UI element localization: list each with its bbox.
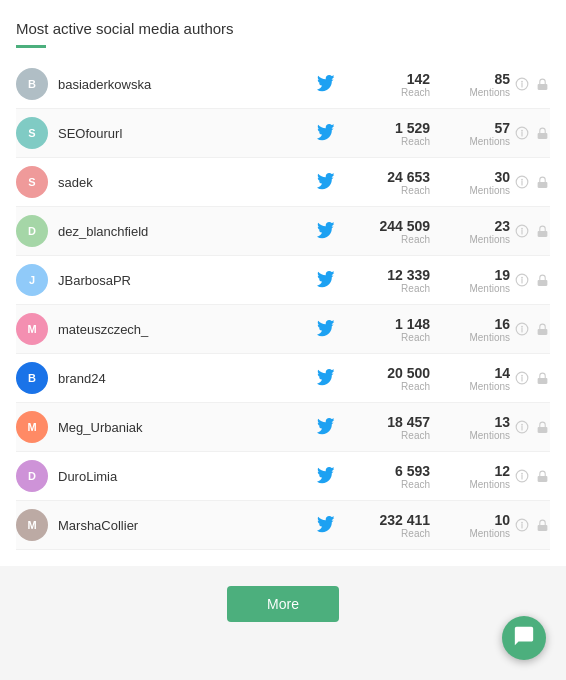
- reach-cell: 1 529 Reach: [340, 120, 430, 147]
- table-row: M MarshaCollier 232 411 Reach 10 Mention…: [16, 501, 550, 550]
- info-icon[interactable]: [514, 174, 530, 190]
- info-icon[interactable]: [514, 272, 530, 288]
- table-row: D DuroLimia 6 593 Reach 12 Mentions: [16, 452, 550, 501]
- lock-icon[interactable]: [534, 76, 550, 92]
- svg-rect-15: [537, 230, 547, 236]
- username: MarshaCollier: [58, 518, 312, 533]
- mentions-value: 14: [430, 365, 510, 381]
- lock-icon[interactable]: [534, 468, 550, 484]
- reach-cell: 6 593 Reach: [340, 463, 430, 490]
- reach-cell: 1 148 Reach: [340, 316, 430, 343]
- info-icon[interactable]: [514, 76, 530, 92]
- avatar: D: [16, 215, 48, 247]
- lock-icon[interactable]: [534, 223, 550, 239]
- table-row: B basiaderkowska 142 Reach 85 Mentions: [16, 60, 550, 109]
- main-container: Most active social media authors B basia…: [0, 0, 566, 566]
- actions-col: [510, 272, 550, 288]
- lock-icon[interactable]: [534, 321, 550, 337]
- avatar: B: [16, 68, 48, 100]
- mentions-label: Mentions: [430, 381, 510, 392]
- username: Meg_Urbaniak: [58, 420, 312, 435]
- info-icon[interactable]: [514, 321, 530, 337]
- mentions-value: 57: [430, 120, 510, 136]
- mentions-label: Mentions: [430, 479, 510, 490]
- reach-value: 244 509: [340, 218, 430, 234]
- more-button[interactable]: More: [227, 586, 339, 622]
- reach-cell: 18 457 Reach: [340, 414, 430, 441]
- table-row: M Meg_Urbaniak 18 457 Reach 13 Mentions: [16, 403, 550, 452]
- lock-icon[interactable]: [534, 272, 550, 288]
- lock-icon[interactable]: [534, 419, 550, 435]
- page-title: Most active social media authors: [16, 20, 550, 37]
- lock-icon[interactable]: [534, 125, 550, 141]
- username: basiaderkowska: [58, 77, 312, 92]
- mentions-cell: 13 Mentions: [430, 414, 510, 441]
- mentions-label: Mentions: [430, 185, 510, 196]
- info-icon[interactable]: [514, 223, 530, 239]
- avatar: S: [16, 166, 48, 198]
- mentions-cell: 19 Mentions: [430, 267, 510, 294]
- lock-icon[interactable]: [534, 370, 550, 386]
- reach-cell: 232 411 Reach: [340, 512, 430, 539]
- mentions-label: Mentions: [430, 234, 510, 245]
- mentions-value: 13: [430, 414, 510, 430]
- reach-cell: 142 Reach: [340, 71, 430, 98]
- reach-cell: 12 339 Reach: [340, 267, 430, 294]
- reach-value: 24 653: [340, 169, 430, 185]
- mentions-value: 10: [430, 512, 510, 528]
- lock-icon[interactable]: [534, 174, 550, 190]
- info-icon[interactable]: [514, 468, 530, 484]
- twitter-icon: [312, 124, 340, 142]
- mentions-value: 12: [430, 463, 510, 479]
- avatar: M: [16, 509, 48, 541]
- twitter-icon: [312, 418, 340, 436]
- table-row: J JBarbosaPR 12 339 Reach 19 Mentions: [16, 256, 550, 305]
- mentions-cell: 14 Mentions: [430, 365, 510, 392]
- twitter-icon: [312, 516, 340, 534]
- actions-col: [510, 321, 550, 337]
- mentions-label: Mentions: [430, 332, 510, 343]
- avatar: S: [16, 117, 48, 149]
- actions-col: [510, 125, 550, 141]
- actions-col: [510, 174, 550, 190]
- svg-rect-3: [537, 83, 547, 89]
- title-underline: [16, 45, 46, 48]
- reach-label: Reach: [340, 479, 430, 490]
- lock-icon[interactable]: [534, 517, 550, 533]
- twitter-icon: [312, 467, 340, 485]
- actions-col: [510, 223, 550, 239]
- reach-value: 20 500: [340, 365, 430, 381]
- mentions-cell: 12 Mentions: [430, 463, 510, 490]
- info-icon[interactable]: [514, 125, 530, 141]
- twitter-icon: [312, 271, 340, 289]
- table-row: D dez_blanchfield 244 509 Reach 23 Menti…: [16, 207, 550, 256]
- mentions-value: 19: [430, 267, 510, 283]
- table-row: S sadek 24 653 Reach 30 Mentions: [16, 158, 550, 207]
- chat-fab[interactable]: [502, 616, 546, 660]
- mentions-cell: 57 Mentions: [430, 120, 510, 147]
- svg-rect-27: [537, 377, 547, 383]
- svg-rect-11: [537, 181, 547, 187]
- reach-label: Reach: [340, 185, 430, 196]
- avatar: B: [16, 362, 48, 394]
- reach-label: Reach: [340, 528, 430, 539]
- info-icon[interactable]: [514, 370, 530, 386]
- mentions-cell: 16 Mentions: [430, 316, 510, 343]
- svg-rect-7: [537, 132, 547, 138]
- mentions-value: 23: [430, 218, 510, 234]
- reach-value: 232 411: [340, 512, 430, 528]
- mentions-label: Mentions: [430, 528, 510, 539]
- twitter-icon: [312, 173, 340, 191]
- mentions-cell: 85 Mentions: [430, 71, 510, 98]
- reach-value: 1 148: [340, 316, 430, 332]
- table-row: B brand24 20 500 Reach 14 Mentions: [16, 354, 550, 403]
- reach-label: Reach: [340, 381, 430, 392]
- reach-cell: 24 653 Reach: [340, 169, 430, 196]
- reach-label: Reach: [340, 332, 430, 343]
- username: sadek: [58, 175, 312, 190]
- info-icon[interactable]: [514, 517, 530, 533]
- table-row: M mateuszczech_ 1 148 Reach 16 Mentions: [16, 305, 550, 354]
- svg-rect-31: [537, 426, 547, 432]
- username: mateuszczech_: [58, 322, 312, 337]
- info-icon[interactable]: [514, 419, 530, 435]
